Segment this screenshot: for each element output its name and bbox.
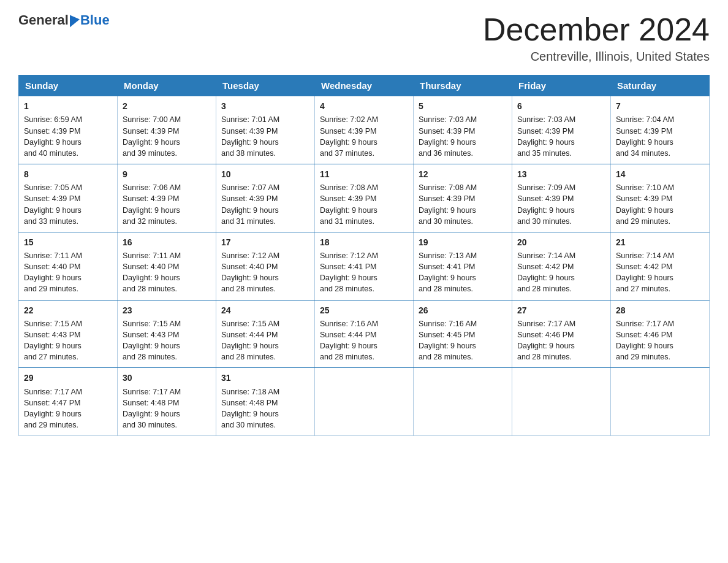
day-number: 1 [24, 100, 112, 112]
logo-general: General [18, 12, 69, 28]
day-cell: 1Sunrise: 6:59 AMSunset: 4:39 PMDaylight… [19, 96, 118, 164]
day-number: 5 [419, 100, 507, 112]
day-number: 29 [24, 372, 112, 384]
day-number: 24 [221, 304, 309, 316]
day-cell: 7Sunrise: 7:04 AMSunset: 4:39 PMDaylight… [611, 96, 710, 164]
day-number: 9 [123, 168, 211, 180]
col-monday: Monday [118, 75, 216, 96]
day-number: 30 [123, 372, 211, 384]
day-number: 20 [517, 236, 605, 248]
day-cell [512, 368, 611, 436]
day-cell: 6Sunrise: 7:03 AMSunset: 4:39 PMDaylight… [512, 96, 611, 164]
day-cell: 31Sunrise: 7:18 AMSunset: 4:48 PMDayligh… [216, 368, 315, 436]
day-cell: 26Sunrise: 7:16 AMSunset: 4:45 PMDayligh… [414, 300, 512, 368]
header-row: Sunday Monday Tuesday Wednesday Thursday… [19, 75, 710, 96]
day-cell: 4Sunrise: 7:02 AMSunset: 4:39 PMDaylight… [315, 96, 414, 164]
day-number: 10 [221, 168, 309, 180]
day-cell: 2Sunrise: 7:00 AMSunset: 4:39 PMDaylight… [118, 96, 216, 164]
week-row-5: 29Sunrise: 7:17 AMSunset: 4:47 PMDayligh… [19, 368, 710, 436]
col-wednesday: Wednesday [315, 75, 414, 96]
logo: General Blue [18, 12, 110, 28]
day-cell: 19Sunrise: 7:13 AMSunset: 4:41 PMDayligh… [414, 232, 512, 300]
day-cell: 9Sunrise: 7:06 AMSunset: 4:39 PMDaylight… [118, 164, 216, 232]
day-cell: 18Sunrise: 7:12 AMSunset: 4:41 PMDayligh… [315, 232, 414, 300]
day-number: 13 [517, 168, 605, 180]
day-cell: 10Sunrise: 7:07 AMSunset: 4:39 PMDayligh… [216, 164, 315, 232]
day-cell [611, 368, 710, 436]
day-number: 6 [517, 100, 605, 112]
col-thursday: Thursday [414, 75, 512, 96]
day-number: 23 [123, 304, 211, 316]
day-cell: 14Sunrise: 7:10 AMSunset: 4:39 PMDayligh… [611, 164, 710, 232]
day-number: 7 [616, 100, 704, 112]
day-number: 11 [320, 168, 408, 180]
day-number: 16 [123, 236, 211, 248]
day-number: 8 [24, 168, 112, 180]
week-row-2: 8Sunrise: 7:05 AMSunset: 4:39 PMDaylight… [19, 164, 710, 232]
col-friday: Friday [512, 75, 611, 96]
day-number: 2 [123, 100, 211, 112]
day-number: 17 [221, 236, 309, 248]
page-header: General Blue December 2024 Centreville, … [18, 12, 710, 64]
day-number: 14 [616, 168, 704, 180]
day-cell: 16Sunrise: 7:11 AMSunset: 4:40 PMDayligh… [118, 232, 216, 300]
day-number: 12 [419, 168, 507, 180]
day-number: 31 [221, 372, 309, 384]
day-cell: 8Sunrise: 7:05 AMSunset: 4:39 PMDaylight… [19, 164, 118, 232]
calendar-table: Sunday Monday Tuesday Wednesday Thursday… [18, 75, 710, 436]
week-row-1: 1Sunrise: 6:59 AMSunset: 4:39 PMDaylight… [19, 96, 710, 164]
day-number: 26 [419, 304, 507, 316]
day-number: 22 [24, 304, 112, 316]
day-cell: 15Sunrise: 7:11 AMSunset: 4:40 PMDayligh… [19, 232, 118, 300]
day-number: 15 [24, 236, 112, 248]
day-cell: 28Sunrise: 7:17 AMSunset: 4:46 PMDayligh… [611, 300, 710, 368]
day-number: 27 [517, 304, 605, 316]
col-saturday: Saturday [611, 75, 710, 96]
day-cell: 20Sunrise: 7:14 AMSunset: 4:42 PMDayligh… [512, 232, 611, 300]
day-cell: 5Sunrise: 7:03 AMSunset: 4:39 PMDaylight… [414, 96, 512, 164]
day-cell: 29Sunrise: 7:17 AMSunset: 4:47 PMDayligh… [19, 368, 118, 436]
logo-arrow-icon [70, 13, 80, 28]
day-cell: 13Sunrise: 7:09 AMSunset: 4:39 PMDayligh… [512, 164, 611, 232]
day-cell [315, 368, 414, 436]
day-number: 21 [616, 236, 704, 248]
day-cell: 30Sunrise: 7:17 AMSunset: 4:48 PMDayligh… [118, 368, 216, 436]
col-tuesday: Tuesday [216, 75, 315, 96]
day-number: 18 [320, 236, 408, 248]
day-cell [414, 368, 512, 436]
day-cell: 11Sunrise: 7:08 AMSunset: 4:39 PMDayligh… [315, 164, 414, 232]
day-number: 3 [221, 100, 309, 112]
location-title: Centreville, Illinois, United States [483, 50, 710, 64]
day-number: 25 [320, 304, 408, 316]
title-area: December 2024 Centreville, Illinois, Uni… [483, 12, 710, 64]
month-title: December 2024 [483, 12, 710, 47]
day-number: 19 [419, 236, 507, 248]
col-sunday: Sunday [19, 75, 118, 96]
day-number: 28 [616, 304, 704, 316]
day-cell: 17Sunrise: 7:12 AMSunset: 4:40 PMDayligh… [216, 232, 315, 300]
week-row-4: 22Sunrise: 7:15 AMSunset: 4:43 PMDayligh… [19, 300, 710, 368]
day-cell: 21Sunrise: 7:14 AMSunset: 4:42 PMDayligh… [611, 232, 710, 300]
day-number: 4 [320, 100, 408, 112]
day-cell: 23Sunrise: 7:15 AMSunset: 4:43 PMDayligh… [118, 300, 216, 368]
week-row-3: 15Sunrise: 7:11 AMSunset: 4:40 PMDayligh… [19, 232, 710, 300]
logo-blue: Blue [80, 12, 110, 28]
day-cell: 27Sunrise: 7:17 AMSunset: 4:46 PMDayligh… [512, 300, 611, 368]
day-cell: 24Sunrise: 7:15 AMSunset: 4:44 PMDayligh… [216, 300, 315, 368]
day-cell: 3Sunrise: 7:01 AMSunset: 4:39 PMDaylight… [216, 96, 315, 164]
day-cell: 25Sunrise: 7:16 AMSunset: 4:44 PMDayligh… [315, 300, 414, 368]
day-cell: 22Sunrise: 7:15 AMSunset: 4:43 PMDayligh… [19, 300, 118, 368]
day-cell: 12Sunrise: 7:08 AMSunset: 4:39 PMDayligh… [414, 164, 512, 232]
